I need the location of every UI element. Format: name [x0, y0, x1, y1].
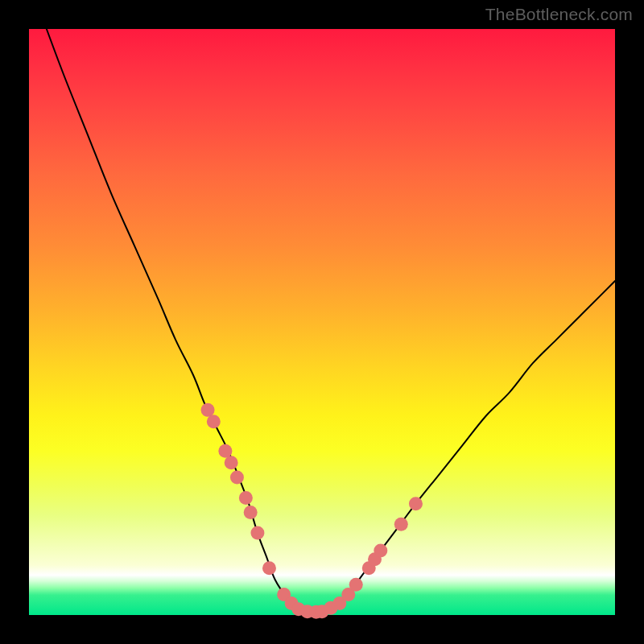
curve-marker — [374, 543, 387, 557]
plot-area — [29, 29, 615, 615]
curve-markers — [201, 403, 423, 619]
watermark-label: TheBottleneck.com — [485, 5, 633, 24]
curve-marker — [244, 506, 258, 519]
bottleneck-curve — [47, 29, 615, 612]
curve-marker — [349, 578, 363, 592]
curve-marker — [394, 518, 408, 531]
curve-marker — [218, 444, 232, 458]
curve-marker — [409, 497, 423, 510]
curve-marker — [230, 470, 244, 484]
curve-marker — [239, 491, 253, 505]
curve-marker — [250, 526, 264, 540]
curve-svg — [29, 29, 615, 615]
curve-marker — [201, 403, 215, 417]
chart-stage: TheBottleneck.com — [0, 0, 644, 644]
curve-marker — [207, 415, 221, 428]
curve-marker — [262, 561, 276, 575]
curve-marker — [225, 456, 238, 469]
